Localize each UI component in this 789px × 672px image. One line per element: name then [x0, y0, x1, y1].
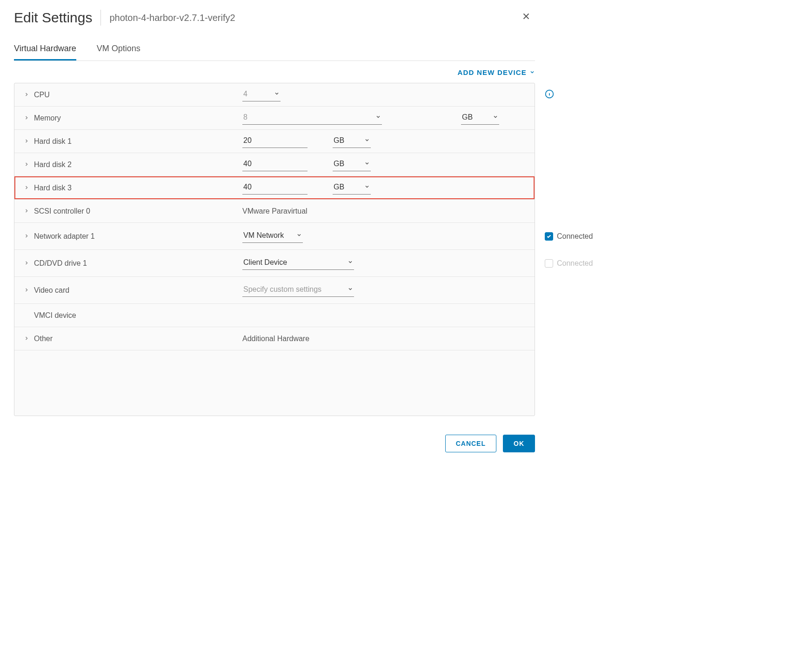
- chevron-down-icon: [364, 160, 370, 168]
- hd2-unit-select[interactable]: GB: [333, 158, 371, 171]
- info-icon[interactable]: [545, 89, 554, 101]
- hd2-size-input[interactable]: [242, 158, 308, 171]
- row-scsi: SCSI controller 0 VMware Paravirtual: [14, 200, 535, 223]
- chevron-right-icon[interactable]: [24, 335, 29, 343]
- panel-filler: [14, 350, 535, 416]
- vmci-label: VMCI device: [34, 311, 76, 320]
- close-icon: [521, 11, 531, 24]
- row-video: Video card Specify custom settings: [14, 277, 535, 304]
- row-memory: Memory 8 GB: [14, 107, 535, 130]
- chevron-right-icon[interactable]: [24, 161, 29, 169]
- row-vmci: VMCI device: [14, 304, 535, 327]
- network-connected-checkbox[interactable]: [545, 232, 553, 241]
- scsi-value: VMware Paravirtual: [242, 207, 308, 215]
- memory-value: 8: [243, 113, 247, 121]
- video-select[interactable]: Specify custom settings: [242, 283, 354, 297]
- row-other: Other Additional Hardware: [14, 327, 535, 350]
- close-button[interactable]: [517, 9, 535, 26]
- dialog-header: Edit Settings photon-4-harbor-v2.7.1-ver…: [14, 9, 535, 40]
- spacer: [24, 313, 29, 318]
- add-device-label: ADD NEW DEVICE: [458, 68, 527, 76]
- tab-virtual-hardware[interactable]: Virtual Hardware: [14, 40, 76, 60]
- row-cddvd: CD/DVD drive 1 Client Device Connected: [14, 250, 535, 277]
- cddvd-select[interactable]: Client Device: [242, 256, 354, 270]
- hd3-label: Hard disk 3: [34, 184, 72, 192]
- other-label: Other: [34, 335, 53, 343]
- tab-bar: Virtual Hardware VM Options: [14, 40, 535, 61]
- ok-button[interactable]: OK: [503, 435, 535, 452]
- cpu-value: 4: [243, 90, 247, 98]
- cddvd-label: CD/DVD drive 1: [34, 259, 87, 268]
- chevron-right-icon[interactable]: [24, 114, 29, 122]
- action-bar: ADD NEW DEVICE: [14, 62, 535, 83]
- hd2-label: Hard disk 2: [34, 161, 72, 169]
- network-label: Network adapter 1: [34, 232, 95, 241]
- cddvd-connected-label: Connected: [557, 259, 593, 268]
- network-connected-label: Connected: [557, 232, 593, 241]
- chevron-right-icon[interactable]: [24, 91, 29, 99]
- chevron-down-icon: [348, 285, 353, 294]
- dialog-footer: CANCEL OK: [14, 416, 535, 452]
- row-network: Network adapter 1 VM Network Connected: [14, 223, 535, 250]
- video-value: Specify custom settings: [243, 285, 321, 294]
- chevron-right-icon[interactable]: [24, 137, 29, 146]
- chevron-down-icon: [296, 231, 302, 240]
- chevron-down-icon: [364, 136, 370, 145]
- network-value: VM Network: [243, 231, 284, 240]
- chevron-right-icon[interactable]: [24, 184, 29, 192]
- row-hd2: Hard disk 2 GB: [14, 153, 535, 176]
- chevron-right-icon[interactable]: [24, 232, 29, 241]
- memory-unit-select[interactable]: GB: [461, 111, 499, 125]
- vm-name: photon-4-harbor-v2.7.1-verify2: [109, 13, 235, 23]
- chevron-down-icon: [364, 183, 370, 191]
- cpu-label: CPU: [34, 91, 50, 99]
- hd3-unit: GB: [334, 183, 344, 191]
- chevron-right-icon[interactable]: [24, 286, 29, 295]
- hd3-size-input[interactable]: [242, 181, 308, 195]
- dialog-title: Edit Settings: [14, 10, 92, 26]
- tab-vm-options[interactable]: VM Options: [97, 40, 140, 60]
- scsi-label: SCSI controller 0: [34, 207, 90, 215]
- chevron-down-icon: [348, 258, 353, 267]
- memory-label: Memory: [34, 114, 61, 122]
- row-cpu: CPU 4: [14, 83, 535, 107]
- cancel-button[interactable]: CANCEL: [445, 435, 496, 452]
- network-select[interactable]: VM Network: [242, 229, 303, 243]
- hardware-panel: CPU 4 Memory 8: [14, 83, 535, 416]
- header-divider: [100, 10, 101, 26]
- cddvd-connected-checkbox: [545, 259, 553, 268]
- add-new-device-button[interactable]: ADD NEW DEVICE: [458, 68, 535, 76]
- memory-input[interactable]: 8: [242, 111, 382, 125]
- hd3-unit-select[interactable]: GB: [333, 181, 371, 195]
- header-left: Edit Settings photon-4-harbor-v2.7.1-ver…: [14, 10, 235, 26]
- video-label: Video card: [34, 286, 69, 295]
- chevron-down-icon: [375, 113, 381, 121]
- edit-settings-dialog: Edit Settings photon-4-harbor-v2.7.1-ver…: [0, 0, 549, 466]
- chevron-right-icon[interactable]: [24, 259, 29, 268]
- hd1-size-input[interactable]: [242, 134, 308, 148]
- cpu-select[interactable]: 4: [242, 88, 281, 101]
- row-hd3: Hard disk 3 GB: [14, 176, 535, 200]
- cddvd-value: Client Device: [243, 258, 287, 267]
- hd1-label: Hard disk 1: [34, 137, 72, 146]
- chevron-down-icon: [529, 68, 535, 76]
- hd1-unit-select[interactable]: GB: [333, 134, 371, 148]
- hd2-unit: GB: [334, 160, 344, 168]
- chevron-down-icon: [274, 90, 280, 98]
- memory-unit: GB: [462, 113, 473, 121]
- other-value: Additional Hardware: [242, 335, 309, 343]
- chevron-down-icon: [493, 113, 498, 121]
- chevron-right-icon[interactable]: [24, 207, 29, 215]
- row-hd1: Hard disk 1 GB: [14, 130, 535, 153]
- hd1-unit: GB: [334, 136, 344, 145]
